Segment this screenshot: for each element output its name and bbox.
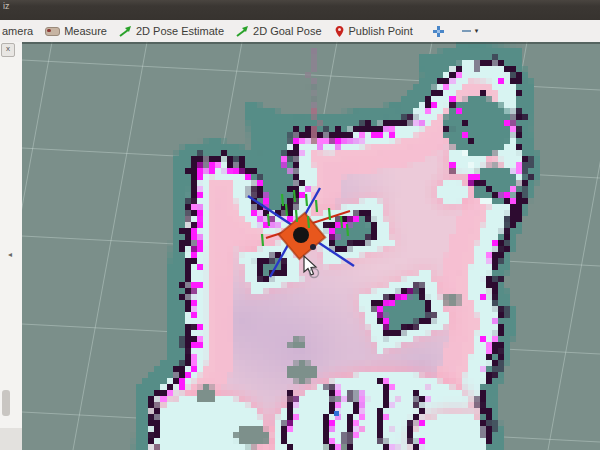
minus-icon bbox=[462, 29, 471, 33]
add-tool-button[interactable] bbox=[427, 24, 450, 39]
green-arrow-icon bbox=[236, 26, 249, 37]
panel-close-button[interactable]: x bbox=[1, 43, 15, 57]
publish-point-label: Publish Point bbox=[349, 25, 413, 37]
measure-tape-icon bbox=[45, 27, 60, 36]
window-titlebar: iz bbox=[0, 0, 600, 20]
chevron-down-icon: ▾ bbox=[475, 27, 479, 35]
move-camera-button[interactable]: amera bbox=[0, 23, 39, 39]
goal-pose-label: 2D Goal Pose bbox=[253, 25, 321, 37]
panel-scrollbar[interactable] bbox=[2, 390, 10, 416]
plus-icon bbox=[433, 26, 444, 37]
toolbar: amera Measure 2D Pose Estimate 2D Goal P… bbox=[0, 20, 600, 43]
pose-estimate-label: 2D Pose Estimate bbox=[136, 25, 224, 37]
move-camera-label: amera bbox=[2, 25, 33, 37]
3d-viewport[interactable] bbox=[22, 42, 600, 450]
map-pin-icon bbox=[334, 25, 345, 38]
green-arrow-icon bbox=[119, 26, 132, 37]
window-title: iz bbox=[3, 1, 10, 11]
goal-pose-button[interactable]: 2D Goal Pose bbox=[230, 23, 327, 39]
panel-footer bbox=[0, 428, 22, 450]
panel-collapse-arrow-icon[interactable]: ◂ bbox=[8, 250, 12, 259]
remove-tool-button[interactable]: ▾ bbox=[456, 25, 485, 37]
publish-point-button[interactable]: Publish Point bbox=[328, 23, 419, 40]
measure-label: Measure bbox=[64, 25, 107, 37]
pose-estimate-button[interactable]: 2D Pose Estimate bbox=[113, 23, 230, 39]
displays-panel-edge: x ◂ bbox=[0, 42, 23, 450]
measure-button[interactable]: Measure bbox=[39, 23, 113, 39]
